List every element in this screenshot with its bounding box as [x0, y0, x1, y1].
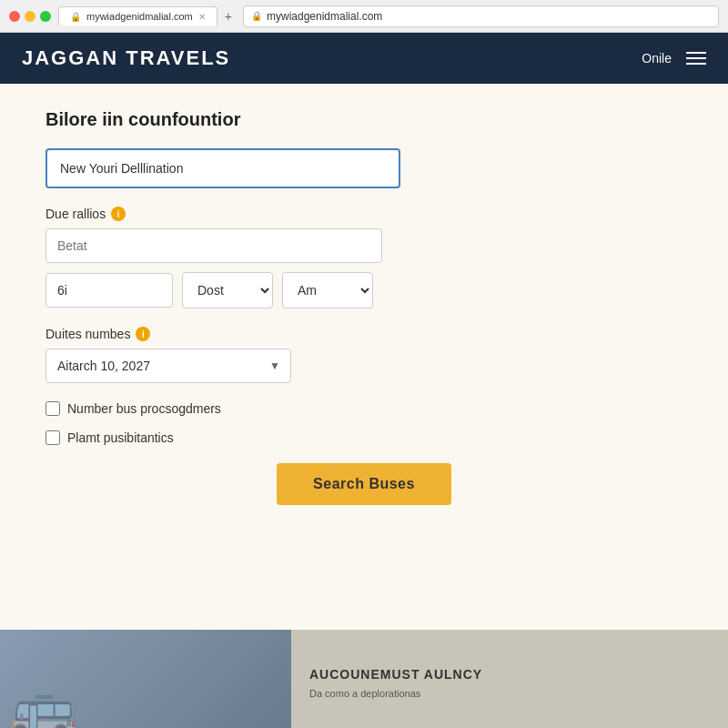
duites-numbes-label: Duites numbes i — [46, 327, 682, 341]
browser-chrome: 🔒 mywiadgenidmalial.com ✕ + 🔒 mywiadgeni… — [0, 0, 728, 33]
hamburger-line-3 — [686, 63, 706, 65]
checkbox1-label[interactable]: Number bus procsogdmers — [67, 401, 221, 416]
checkbox2-label[interactable]: Plamt pusibitantics — [67, 430, 174, 445]
hamburger-menu-button[interactable] — [686, 52, 706, 65]
footer-preview: 🚌 AUCOUNEMUST AULNCY Da como a deplorati… — [0, 630, 728, 728]
checkbox2-row: Plamt pusibitantics — [46, 430, 682, 445]
am-select[interactable]: Am Pm — [282, 272, 373, 308]
lock-icon: 🔒 — [70, 12, 81, 22]
form-title: Bilore iin counfountior — [46, 109, 682, 130]
time-number-input[interactable] — [46, 273, 173, 308]
due-rallios-info-icon: i — [111, 207, 126, 221]
checkbox1-row: Number bus procsogdmers — [46, 401, 682, 416]
due-rallios-label: Due rallios i — [46, 207, 682, 221]
hamburger-line-2 — [686, 57, 706, 59]
maximize-window-button[interactable] — [40, 11, 51, 22]
close-window-button[interactable] — [9, 11, 20, 22]
navbar-link[interactable]: Onile — [642, 51, 672, 66]
hamburger-line-1 — [686, 52, 706, 54]
tab-close-icon[interactable]: ✕ — [198, 12, 206, 22]
navbar-brand: JAGGAN TRAVELS — [22, 46, 230, 70]
traffic-lights — [9, 11, 51, 22]
dost-select[interactable]: Dost — [182, 272, 273, 308]
betat-input[interactable] — [46, 228, 382, 263]
tab-area: 🔒 mywiadgenidmalial.com ✕ + — [58, 6, 236, 25]
browser-tab[interactable]: 🔒 mywiadgenidmalial.com ✕ — [58, 6, 217, 25]
navbar: JAGGAN TRAVELS Onile — [0, 33, 728, 84]
tab-label: mywiadgenidmalial.com — [86, 11, 193, 22]
footer-text-area: AUCOUNEMUST AULNCY Da como a deploration… — [291, 630, 728, 728]
date-select-wrapper: Aitarch 10, 2027 ▼ — [46, 349, 291, 383]
time-row: Dost Am Pm — [46, 272, 682, 308]
new-tab-button[interactable]: + — [221, 9, 236, 24]
checkbox1-input[interactable] — [46, 401, 60, 416]
minimize-window-button[interactable] — [25, 11, 35, 22]
destination-input[interactable] — [46, 148, 400, 188]
footer-image-left: 🚌 — [0, 630, 291, 728]
search-buses-button[interactable]: Search Buses — [277, 463, 451, 505]
footer-agency-desc: Da como a deplorationas — [309, 687, 710, 701]
date-select[interactable]: Aitarch 10, 2027 — [46, 349, 291, 383]
navbar-right: Onile — [642, 51, 706, 66]
duites-numbes-info-icon: i — [136, 327, 150, 341]
main-content: Bilore iin counfountior Due rallios i Do… — [0, 84, 728, 630]
footer-agency-title: AUCOUNEMUST AULNCY — [309, 667, 710, 682]
url-text: mywiadgenidmalial.com — [267, 10, 382, 23]
checkbox2-input[interactable] — [46, 430, 60, 445]
bus-icon: 🚌 — [9, 674, 77, 728]
security-icon: 🔒 — [251, 11, 262, 21]
address-bar[interactable]: 🔒 mywiadgenidmalial.com — [243, 5, 719, 27]
